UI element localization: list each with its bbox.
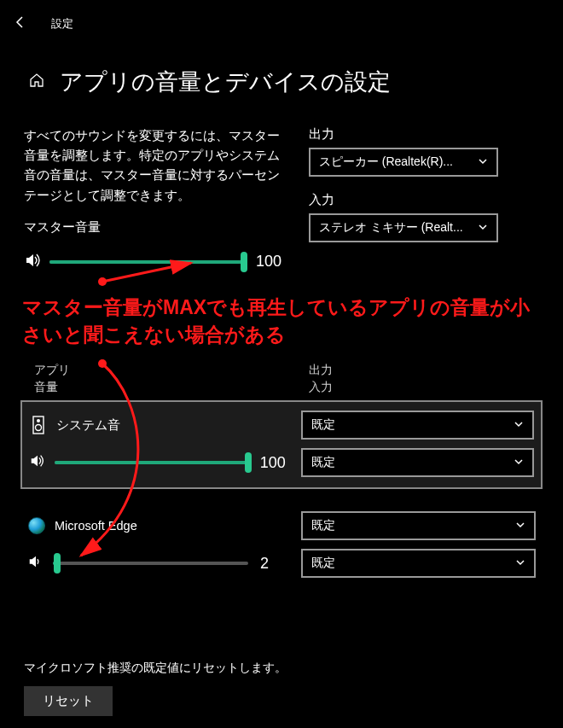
mixer-column-output: 出力 [309, 362, 543, 379]
chevron-down-icon [514, 419, 524, 432]
page-title: アプリの音量とデバイスの設定 [60, 67, 391, 97]
back-icon[interactable] [14, 15, 27, 32]
header-title: 設定 [51, 16, 73, 32]
mixer-column-input: 入力 [309, 379, 543, 396]
input-label: 入力 [309, 192, 543, 208]
app-output-selected: 既定 [311, 417, 507, 433]
mixer-column-volume: 音量 [34, 379, 309, 396]
chevron-down-icon [514, 457, 524, 469]
chevron-down-icon [515, 520, 525, 533]
master-description: すべてのサウンドを変更するには、マスター音量を調整します。特定のアプリやシステム… [24, 126, 288, 206]
app-volume-slider[interactable] [55, 461, 248, 464]
app-name: システム音 [56, 417, 120, 434]
speaker-icon[interactable] [27, 553, 46, 574]
svg-point-1 [37, 419, 40, 422]
edge-icon [28, 517, 45, 534]
app-output-selected: 既定 [311, 518, 508, 533]
app-input-select[interactable]: 既定 [301, 448, 534, 477]
output-label: 出力 [309, 126, 543, 143]
system-sound-icon [31, 416, 46, 434]
app-input-selected: 既定 [311, 556, 508, 571]
output-device-selected: スピーカー (Realtek(R)... [319, 154, 471, 170]
app-volume-value: 2 [255, 555, 293, 573]
chevron-down-icon [478, 222, 488, 235]
chevron-down-icon [478, 156, 488, 169]
mixer-column-app: アプリ [34, 362, 309, 379]
output-device-select[interactable]: スピーカー (Realtek(R)... [309, 148, 498, 177]
master-volume-slider[interactable] [49, 260, 244, 264]
app-output-select[interactable]: 既定 [301, 511, 536, 540]
app-volume-value: 100 [255, 454, 293, 472]
app-row: Microsoft Edge既定2既定 [20, 503, 543, 588]
home-icon[interactable] [29, 73, 44, 92]
speaker-icon[interactable] [29, 452, 48, 473]
app-input-selected: 既定 [311, 455, 507, 470]
app-output-select[interactable]: 既定 [301, 411, 534, 440]
reset-description: マイクロソフト推奨の既定値にリセットします。 [24, 661, 287, 676]
app-name: Microsoft Edge [55, 519, 137, 533]
input-device-select[interactable]: ステレオ ミキサー (Realt... [309, 213, 498, 242]
svg-point-2 [36, 425, 42, 431]
app-row: システム音既定100既定 [20, 400, 543, 489]
master-label: マスター音量 [24, 219, 288, 236]
master-volume-value: 100 [251, 253, 288, 271]
annotation-text: マスター音量がMAXでも再生しているアプリの音量が小さいと聞こえない場合がある [0, 273, 563, 353]
app-volume-slider[interactable] [53, 562, 248, 565]
app-input-select[interactable]: 既定 [301, 549, 536, 578]
speaker-icon[interactable] [24, 251, 43, 273]
input-device-selected: ステレオ ミキサー (Realt... [319, 220, 471, 236]
reset-button[interactable]: リセット [24, 686, 113, 716]
chevron-down-icon [515, 557, 525, 570]
